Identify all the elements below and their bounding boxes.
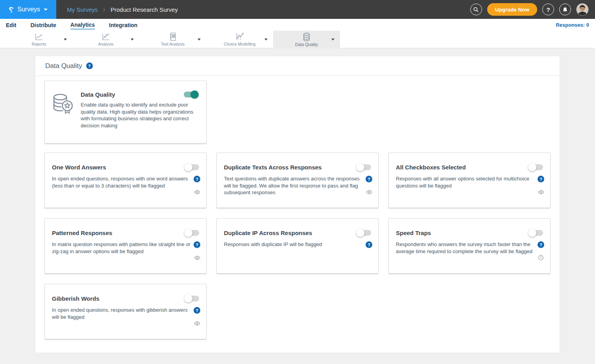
text-analysis-icon: [169, 33, 176, 41]
feature-card: Speed Traps Respondents who answers the …: [388, 218, 551, 274]
feature-card-description: In matrix question responses with patter…: [52, 241, 192, 255]
help-icon[interactable]: ?: [194, 176, 200, 182]
panel-body: Data Quality Enable data quality to iden…: [35, 76, 560, 339]
feature-card-description: In open ended questions, responses with …: [52, 175, 192, 189]
choice-modelling-icon: [235, 33, 244, 41]
analytics-tabstrip: Reports Analysis Text Analysis Choice Mo…: [0, 31, 595, 48]
tab-text-analysis[interactable]: Text Analysis: [139, 31, 206, 48]
analysis-chart-icon: [102, 33, 110, 41]
questionpro-logo-icon: ?: [9, 6, 14, 14]
bell-icon: [562, 7, 568, 13]
chevron-down-icon[interactable]: [198, 39, 201, 40]
help-icon[interactable]: ?: [538, 241, 544, 248]
feature-toggle[interactable]: [185, 164, 199, 170]
main-card-description: Enable data quality to identify and excl…: [81, 101, 198, 129]
feature-card: Duplicate IP Across Responses Responses …: [216, 218, 379, 274]
nav-item-distribute[interactable]: Distribute: [30, 20, 56, 29]
feature-card-description: In open ended questions, responses with …: [52, 307, 192, 320]
feature-toggle[interactable]: [528, 164, 543, 170]
question-mark-icon: ?: [546, 6, 550, 13]
nav-item-analytics[interactable]: Analytics: [70, 20, 95, 29]
chevron-down-icon[interactable]: [331, 39, 334, 40]
feature-card-title: Duplicate IP Across Responses: [224, 230, 312, 236]
breadcrumb: My Surveys › Product Research Survey: [67, 6, 178, 13]
feature-card-title: Gibberish Words: [52, 295, 100, 302]
feature-card-description: Respondents who answers the survey much …: [396, 241, 536, 255]
feature-card-title: Speed Traps: [396, 230, 431, 236]
data-quality-panel: Data Quality ? Data Quality: [35, 56, 560, 353]
eye-icon[interactable]: [194, 320, 200, 327]
help-icon[interactable]: ?: [86, 63, 93, 69]
search-button[interactable]: [470, 4, 482, 15]
feature-card: One Word Answers In open ended questions…: [44, 153, 207, 208]
feature-card: Gibberish Words In open ended questions,…: [44, 284, 207, 339]
page-title: Data Quality: [45, 62, 82, 70]
eye-icon[interactable]: [366, 189, 372, 195]
main-card-title: Data Quality: [81, 91, 115, 98]
feature-toggle[interactable]: [185, 296, 199, 301]
feature-card-description: Text questions with duplicate answers ac…: [224, 175, 364, 196]
chevron-down-icon: [44, 9, 48, 11]
feature-card: Duplicate Texts Across Responses Text qu…: [216, 153, 379, 208]
nav-item-edit[interactable]: Edit: [6, 20, 16, 29]
help-icon[interactable]: ?: [366, 176, 372, 182]
topbar: ? Surveys My Surveys › Product Research …: [0, 0, 595, 19]
app-switcher[interactable]: ? Surveys: [0, 0, 56, 19]
help-icon[interactable]: ?: [366, 241, 372, 248]
chevron-down-icon[interactable]: [131, 39, 134, 40]
breadcrumb-separator-icon: ›: [103, 6, 105, 13]
feature-card-title: Duplicate Texts Across Responses: [224, 164, 322, 171]
tab-reports[interactable]: Reports: [6, 31, 72, 48]
help-icon[interactable]: ?: [194, 241, 200, 248]
feature-toggle[interactable]: [357, 230, 371, 236]
user-avatar[interactable]: [576, 3, 589, 16]
eye-icon[interactable]: [538, 189, 544, 195]
topbar-actions: Upgrade Now ?: [470, 3, 595, 16]
nav-item-integration[interactable]: Integration: [109, 20, 137, 29]
feature-card-title: One Word Answers: [52, 164, 106, 171]
help-icon[interactable]: ?: [194, 307, 200, 314]
feature-toggle[interactable]: [185, 230, 199, 236]
eye-icon[interactable]: [194, 255, 200, 261]
feature-card-title: Patterned Responses: [52, 230, 112, 236]
feature-toggle[interactable]: [528, 230, 543, 236]
product-name: Surveys: [17, 6, 40, 13]
data-quality-toggle[interactable]: [184, 92, 198, 97]
tab-analysis[interactable]: Analysis: [72, 31, 139, 48]
notifications-button[interactable]: [559, 4, 571, 15]
data-quality-main-card: Data Quality Enable data quality to iden…: [44, 81, 207, 143]
breadcrumb-current-survey: Product Research Survey: [111, 6, 178, 13]
chevron-down-icon[interactable]: [64, 39, 67, 40]
feature-card: All Checkboxes Selected Responses with a…: [388, 153, 551, 208]
feature-card-title: All Checkboxes Selected: [396, 164, 466, 171]
database-award-icon: [52, 93, 74, 143]
eye-icon[interactable]: [194, 189, 200, 195]
survey-nav: Edit Distribute Analytics Integration Re…: [0, 19, 595, 31]
upgrade-now-button[interactable]: Upgrade Now: [487, 3, 537, 16]
main-card-content: Data Quality Enable data quality to iden…: [81, 91, 198, 143]
help-button[interactable]: ?: [542, 4, 554, 15]
tab-data-quality[interactable]: Data Quality: [273, 31, 340, 48]
reports-chart-icon: [35, 33, 43, 41]
clock-icon[interactable]: [538, 255, 544, 261]
tab-choice-modelling[interactable]: Choice Modelling: [206, 31, 273, 48]
responses-count: Responses: 0: [556, 22, 589, 28]
feature-card-description: Responses with all answer options select…: [396, 175, 536, 189]
feature-card: Patterned Responses In matrix question r…: [44, 218, 207, 274]
search-icon: [473, 7, 479, 13]
database-icon: [303, 33, 310, 41]
breadcrumb-my-surveys[interactable]: My Surveys: [67, 6, 98, 13]
help-icon[interactable]: ?: [538, 176, 544, 182]
feature-card-grid: One Word Answers In open ended questions…: [44, 153, 551, 339]
panel-header: Data Quality ?: [35, 56, 560, 76]
chevron-down-icon[interactable]: [264, 39, 268, 40]
feature-toggle[interactable]: [357, 164, 371, 170]
feature-card-description: Responses with duplicate IP will be flag…: [224, 241, 364, 248]
